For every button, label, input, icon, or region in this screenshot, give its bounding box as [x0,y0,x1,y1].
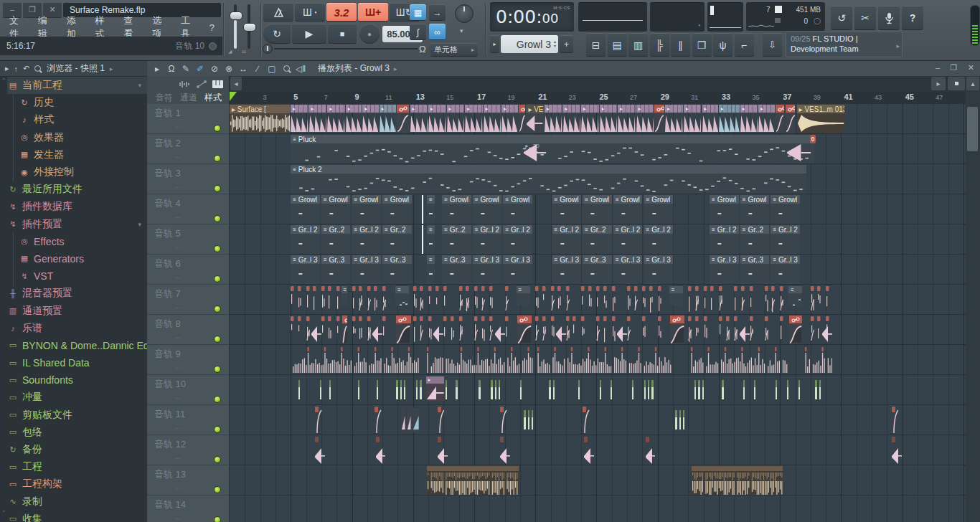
browser-item[interactable]: ↻历史 [7,94,147,111]
track-enable-led[interactable] [214,396,221,403]
tick-clip[interactable] [367,316,371,343]
browser-item[interactable]: ▭冲量 [7,389,147,406]
audio-clip[interactable]: ▸ [346,105,362,133]
green-bar-clip[interactable] [528,410,529,430]
stop-button[interactable]: ■ [328,24,357,44]
pattern-clip[interactable]: ≡ Gr..l 2 [352,225,382,254]
green-bar-clip[interactable] [479,380,480,400]
song-loop-button[interactable]: ↻ [263,24,291,44]
tick-clip[interactable] [719,286,722,313]
pattern-clip[interactable]: ≡ [427,195,435,224]
audio-clip[interactable]: ▸ [740,105,758,133]
pattern-clip[interactable]: ≡ Gr..l 3 [710,255,739,284]
shuffle-knob[interactable] [263,44,273,54]
audio-clip[interactable]: ▸ [719,105,740,133]
automation-clip[interactable] [519,105,526,133]
green-bar-clip[interactable] [491,380,492,400]
project-browser-button[interactable]: ❐ [692,33,712,57]
pattern-clip[interactable]: ≡ Gr..l 3 [473,255,502,284]
tick-clip[interactable] [583,407,590,435]
tick-clip[interactable] [306,316,310,343]
pattern-clip[interactable]: ≡ Growl [740,195,770,224]
tick-clip[interactable] [557,286,561,313]
selection-line[interactable] [422,225,423,254]
tick-clip[interactable] [688,286,692,313]
tick-clip[interactable] [658,316,661,343]
drum-clip[interactable] [537,346,673,374]
tick-clip[interactable] [535,286,539,313]
playlist-close-button[interactable]: ✕ [968,63,974,72]
pattern-clip[interactable]: ≡ [427,255,435,284]
track-header[interactable]: 音轨 2... [147,134,230,164]
reverse-crash-clip[interactable] [555,325,567,343]
track-enable-led[interactable] [214,456,221,463]
midi-pattern-clip[interactable]: ≡ Pluck [291,135,814,163]
track-header[interactable]: 音轨 12... [147,435,230,465]
tick-clip[interactable] [306,286,310,313]
playlist-minimize-button[interactable]: – [936,63,940,72]
preview-tool-icon[interactable]: ◁‖ [293,64,308,74]
track-enable-led[interactable] [214,336,221,343]
track-enable-led[interactable] [214,366,221,373]
paint-brush-icon[interactable]: ✐ [193,64,207,74]
tick-clip[interactable] [500,407,507,435]
pattern-caret-button[interactable]: ▸ [490,35,499,53]
browser-item[interactable]: ▭工程构架 [7,475,147,493]
pattern-clip[interactable]: ≡ Growl [291,195,320,224]
green-bar-clip[interactable] [456,380,457,400]
browser-item[interactable]: ▭工程 [7,458,147,475]
browser-item[interactable]: ◉外接控制 [7,163,147,181]
tick-clip[interactable] [642,316,646,343]
tick-clip[interactable] [413,316,417,343]
browser-item[interactable]: ▭IL Shared Data [7,354,147,371]
edison-button[interactable]: ✂ [854,6,876,30]
tick-clip[interactable] [726,316,730,343]
tick-clip[interactable] [710,286,714,313]
browser-item[interactable]: ▤当前工程▾ [7,77,147,94]
browser-item[interactable]: ↯插件数据库 [7,198,147,215]
pattern-clip[interactable]: ≡ Gr..l 2 [291,225,320,254]
green-bar-clip[interactable] [819,380,821,400]
pattern-clip[interactable]: ≡ Growl [583,195,612,224]
blend-recording-button[interactable]: Ш+ [358,3,388,22]
browser-item[interactable]: ∿录制 [7,493,147,511]
mixer-button[interactable]: ∥ [671,33,690,57]
tick-clip[interactable] [451,316,454,343]
tick-clip[interactable] [542,316,546,343]
tick-clip[interactable] [741,286,745,313]
audio-clip[interactable]: ▸ [465,105,483,133]
browser-header[interactable]: ▸ ↑ ↶ 浏览器 - 快照 1 ▸ [0,61,147,77]
tick-clip[interactable] [817,316,821,343]
vertical-scrollbar[interactable]: ▴ [966,76,980,522]
tick-clip[interactable] [658,286,661,313]
expand-caret-icon[interactable]: ▾ [138,221,141,228]
tick-clip[interactable] [336,286,340,313]
green-bar-clip[interactable] [549,380,550,400]
pattern-clip[interactable]: ≡ Growl [771,195,800,224]
audio-clip[interactable]: ▸ [636,105,654,133]
automation-clip[interactable] [342,315,348,344]
green-bar-clip[interactable] [743,380,745,400]
audio-clip[interactable]: ▸ [581,105,599,133]
pattern-clip[interactable]: ≡ Growl [473,195,502,224]
track-header[interactable]: 音轨 14... [147,495,230,522]
audio-clip[interactable]: ▸ [309,105,327,133]
green-bar-clip[interactable] [694,380,696,400]
plugin-database-button[interactable]: ψ [713,33,732,57]
reverse-crash-clip[interactable] [372,325,383,343]
green-bar-clip[interactable] [400,380,402,400]
audio-clip[interactable]: ▸ [291,105,308,133]
reverse-crash-clip[interactable] [739,325,750,343]
pattern-clip[interactable]: ≡ Gr..2 [442,225,471,254]
browser-item[interactable]: ◎效果器 [7,129,147,146]
play-button[interactable]: ▶ [292,24,326,44]
green-bar-clip[interactable] [698,380,699,400]
pattern-clip[interactable]: ≡ Growl [382,195,412,224]
tick-clip[interactable] [750,286,753,313]
green-bar-clip[interactable] [520,380,522,400]
mute-tool-icon[interactable]: ⊗ [222,64,236,74]
add-pattern-button[interactable]: + [560,35,573,53]
tick-clip[interactable] [367,286,371,313]
drum-clip[interactable] [291,346,419,374]
browser-menu-icon[interactable]: ▸ [5,64,9,73]
